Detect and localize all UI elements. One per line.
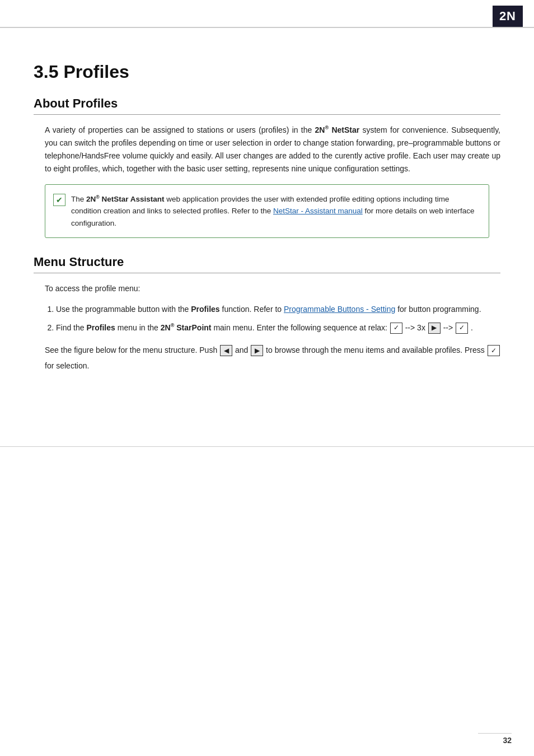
about-body-text: A variety of properties can be assigned …: [45, 124, 500, 175]
check-button-icon-2: ✓: [456, 323, 468, 334]
menu-list: Use the programmable button with the Pro…: [56, 303, 500, 334]
right-arrow-button-icon: ▶: [251, 345, 263, 356]
page-number: 32: [478, 733, 512, 745]
info-box: ✔ The 2N® NetStar Assistant web applicat…: [45, 184, 489, 237]
about-section: About Profiles A variety of properties c…: [34, 96, 500, 238]
logo: 2N: [493, 6, 523, 27]
list-item: Find the Profiles menu in the 2N® StarPo…: [56, 321, 500, 334]
check-button-icon: ✓: [390, 323, 402, 334]
menu-section: Menu Structure To access the profile men…: [34, 255, 500, 374]
menu-heading: Menu Structure: [34, 255, 500, 273]
browse-text: See the figure below for the menu struct…: [45, 342, 500, 374]
menu-intro: To access the profile menu:: [45, 282, 500, 295]
about-heading: About Profiles: [34, 96, 500, 115]
play-button-icon: ▶: [428, 323, 441, 334]
page-title: 3.5 Profiles: [34, 62, 500, 82]
bottom-divider: [0, 446, 534, 447]
assistant-manual-link[interactable]: NetStar - Assistant manual: [273, 207, 363, 215]
checkmark-icon: ✔: [53, 194, 65, 206]
list-item: Use the programmable button with the Pro…: [56, 303, 500, 316]
programmable-buttons-link[interactable]: Programmable Buttons - Setting: [284, 305, 395, 314]
top-bar: 2N: [0, 0, 534, 28]
left-arrow-button-icon: ◀: [220, 345, 232, 356]
check-button-icon-3: ✓: [488, 345, 500, 356]
info-box-text: The 2N® NetStar Assistant web applicatio…: [71, 193, 480, 229]
